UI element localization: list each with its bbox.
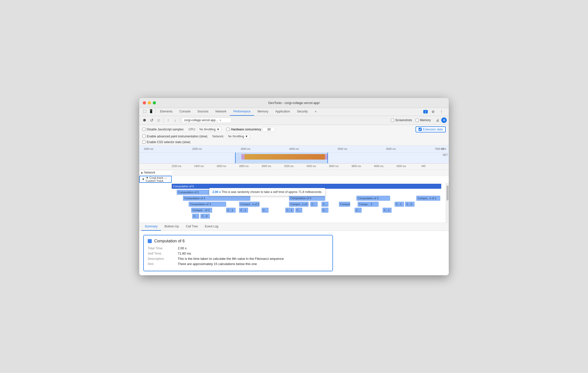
flame-block-c4[interactable]: C... <box>295 208 302 213</box>
flamegraph-scrollbar[interactable] <box>446 183 449 223</box>
cpu-select[interactable]: No throttling ▼ <box>198 127 221 132</box>
ruler-2000: 2000 ms <box>192 148 202 150</box>
network-select[interactable]: No throttling ▼ <box>226 134 250 139</box>
flame-block-comp3a[interactable]: Computation of 3 <box>289 196 325 201</box>
flamegraph-scrollbar-thumb[interactable] <box>446 186 448 200</box>
flame-block-comp4[interactable]: Computation of 4 <box>183 196 250 201</box>
detail-4200: 4200 ms <box>396 165 406 168</box>
tab-network[interactable]: Network <box>212 108 230 116</box>
flame-block-c1d[interactable]: C...1 <box>285 208 294 213</box>
summary-box: Computation of 6 Total Time 2.00 s Self … <box>143 235 333 271</box>
reload-button[interactable]: ↺ <box>148 117 155 123</box>
flame-row-6: C... C...0 <box>172 213 449 219</box>
flame-block-comp2a[interactable]: Comput...n of 2 <box>416 196 440 201</box>
network-track-label[interactable]: ▶ Network <box>139 171 172 174</box>
upload-button[interactable]: ↑ <box>165 117 171 123</box>
inspector-icon[interactable]: ⬚ <box>141 108 148 114</box>
ruler2-labels: 2200 ms 2400 ms 2600 ms 2800 ms 3000 ms … <box>172 164 449 169</box>
flame-block-c1e[interactable]: C...1 <box>383 208 392 213</box>
flame-block-comp2d[interactable]: Comput...n of 2 <box>339 202 350 207</box>
url-dropdown-icon[interactable]: ▼ <box>219 119 222 122</box>
extension-data-button[interactable]: Extension data <box>416 126 446 132</box>
summary-color-swatch <box>148 239 152 243</box>
traffic-lights <box>143 101 156 104</box>
detail-2400: 2400 ms <box>194 165 204 168</box>
flame-block-compu2e[interactable]: Compu... 2 <box>358 202 379 207</box>
flame-block-comp2b[interactable]: Comput...n of 2 <box>239 202 260 207</box>
detail-2200: 2200 ms <box>172 165 181 168</box>
screenshots-check[interactable]: Screenshots <box>391 118 412 122</box>
flame-block-comp3b[interactable]: Computation of 3 <box>356 196 390 201</box>
gear-button[interactable]: ⚙ <box>441 117 447 123</box>
detail-3800: 3800 ms <box>351 165 361 168</box>
memory-check[interactable]: Memory <box>416 118 431 122</box>
more-icon[interactable]: ⋮ <box>438 108 445 115</box>
memory-checkbox[interactable] <box>416 119 419 122</box>
cpu-label: CPU <box>441 148 446 150</box>
flame-block-c2[interactable]: C... <box>321 202 328 207</box>
device-icon[interactable]: 📱 <box>148 108 154 114</box>
tooltip-time: 2.00 s <box>212 190 221 194</box>
tab-security[interactable]: Security <box>294 108 311 116</box>
summary-header: Computation of 6 <box>148 239 328 243</box>
tab-elements[interactable]: Elements <box>156 108 176 116</box>
flame-block-comp3c[interactable]: Computation of 3 <box>189 202 226 207</box>
tab-performance[interactable]: Performance <box>230 108 254 116</box>
hw-concurrency-input[interactable]: 10 <box>263 127 275 132</box>
tab-event-log[interactable]: Event Log <box>201 223 222 231</box>
tab-more[interactable]: » <box>311 108 320 116</box>
cpu-group: CPU: No throttling ▼ <box>188 127 221 132</box>
tab-memory[interactable]: Memory <box>254 108 272 116</box>
tab-bottom-up[interactable]: Bottom-Up <box>161 223 182 231</box>
flame-block-c7[interactable]: C... <box>192 214 199 219</box>
window-title: DevTools - corgi-collage.vercel.app/ <box>268 101 320 105</box>
tab-console[interactable]: Console <box>176 108 194 116</box>
corgi-track-label[interactable]: ▼ ▼ Corgi track — Custom Track <box>139 176 172 183</box>
self-time-val: 71.80 ms <box>178 252 191 255</box>
overview-bar[interactable]: NET <box>139 153 449 164</box>
toolbar-sep2 <box>180 118 180 123</box>
clear-button[interactable]: ⊘ <box>155 117 162 123</box>
flame-block-c1b[interactable]: C...1 <box>226 208 236 213</box>
enable-css-check[interactable]: Enable CSS selector stats (slow) <box>142 140 190 144</box>
flame-block-c1c[interactable]: C...1 <box>239 208 248 213</box>
description-val: This is the time taken to calculate the … <box>178 257 284 261</box>
tooltip-text: This is was randomly chosen to take a se… <box>222 190 322 194</box>
flame-block-c6[interactable]: C... <box>355 208 362 213</box>
hw-concurrency-check[interactable] <box>226 128 230 131</box>
nav-tabs: ⬚ 📱 Elements Console Sources Network Per… <box>139 108 449 116</box>
options-bar: Disable JavaScript samples CPU: No throt… <box>139 125 449 146</box>
detail-ruler: 2200 ms 2400 ms 2600 ms 2800 ms 3000 ms … <box>139 164 449 170</box>
settings-icon[interactable]: ⚙ <box>430 108 436 115</box>
url-display: corgi-collage.vercel.app... ▼ <box>182 117 232 123</box>
flame-block-c1[interactable]: C... <box>310 202 318 207</box>
flame-block-c3[interactable]: C... <box>262 208 269 213</box>
flame-block-c5[interactable]: C... <box>321 208 328 213</box>
flame-block-c1a[interactable]: C...1 <box>395 202 404 207</box>
tab-summary[interactable]: Summary <box>141 223 161 231</box>
tab-sources[interactable]: Sources <box>194 108 212 116</box>
download-button[interactable]: ↓ <box>172 117 178 123</box>
flamegraph-area[interactable]: 2.00 s This is was randomly chosen to ta… <box>139 183 449 223</box>
record-button[interactable]: ⏺ <box>141 117 148 123</box>
flame-block-c0b[interactable]: C...0 <box>200 214 210 219</box>
flame-row-4: Computation of 3 Comput...n of 2 Comput.… <box>172 201 449 207</box>
screenshots-checkbox[interactable] <box>391 119 394 122</box>
bottom-tabs: Summary Bottom-Up Call Tree Event Log <box>139 223 449 231</box>
disable-js-check[interactable]: Disable JavaScript samples <box>142 128 183 131</box>
badge-count: 2 <box>423 110 428 113</box>
tab-call-tree[interactable]: Call Tree <box>182 223 201 231</box>
close-button[interactable] <box>143 101 146 104</box>
flame-block-c0a[interactable]: C...0 <box>405 202 415 207</box>
memory-icon[interactable]: 🖨 <box>434 117 441 123</box>
summary-title: Computation of 6 <box>154 239 185 243</box>
ruler-4000: 4000 ms <box>289 148 299 150</box>
minimize-button[interactable] <box>148 101 151 104</box>
fullscreen-button[interactable] <box>153 101 156 104</box>
tab-application[interactable]: Application <box>272 108 294 116</box>
ruler-1000: 1000 ms <box>144 148 153 150</box>
overview-selection[interactable] <box>235 153 328 163</box>
flame-block-comp2f[interactable]: Comput... of 2 <box>191 208 212 213</box>
flame-block-comp2c[interactable]: Comput...n of 2 <box>289 202 308 207</box>
enable-paint-check[interactable]: Enable advanced paint instrumentation (s… <box>142 135 207 138</box>
